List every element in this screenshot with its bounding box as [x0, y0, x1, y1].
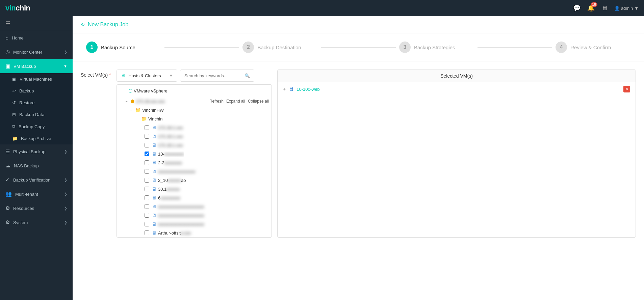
tree-node-vm2[interactable]: 🖥 172.18.1.xxx	[117, 132, 272, 141]
sidebar-sub-virtual-machines[interactable]: ▣ Virtual Machines	[0, 73, 73, 85]
vm6-checkbox[interactable]	[145, 169, 149, 174]
search-box: 🔍	[180, 70, 254, 82]
step-label-4: Review & Confirm	[570, 45, 611, 50]
vm13-checkbox[interactable]	[145, 230, 149, 235]
sidebar-item-backup-verification[interactable]: ✓ Backup Verification ❯	[0, 173, 73, 187]
vm-tree-panel: − ⬡ VMware vSphere − ⬢	[117, 84, 272, 238]
sidebar-item-resources[interactable]: ⚙ Resources ❯	[0, 201, 73, 215]
backup-copy-icon: ⧉	[12, 124, 15, 129]
selected-panel-header: Selected VM(s)	[278, 70, 636, 82]
host-toggle[interactable]: −	[124, 99, 129, 104]
tree-node-host[interactable]: − ⬢ 172.18.xxx.xxx	[123, 97, 209, 106]
tree-node-vm10[interactable]: 🖥 xxxxxxxxxxxxxxxxxxxxx	[117, 202, 272, 211]
refresh-tree-button[interactable]: Refresh	[209, 99, 224, 104]
select-vms-label: Select VM(s) *	[81, 70, 111, 78]
vm11-label: xxxxxxxxxxxxxxxxxxxxx	[158, 213, 204, 218]
vm1-checkbox[interactable]	[145, 125, 149, 130]
sidebar-sub-backup[interactable]: ↩ Backup	[0, 85, 73, 97]
wizard-step-4: 4 Review & Confirm	[556, 42, 630, 53]
vm9-checkbox[interactable]	[145, 195, 149, 200]
resources-arrow: ❯	[64, 206, 67, 211]
search-input[interactable]	[184, 73, 244, 78]
tree-node-vm3[interactable]: 🖥 172.18.1.xxx	[117, 141, 272, 149]
multi-tenant-icon: 👥	[5, 191, 12, 197]
selected-vm-type-icon: 🖥	[288, 86, 294, 92]
vm4-label: 10-xxxxxxxxx	[158, 152, 184, 157]
sidebar-item-system[interactable]: ⚙ System ❯	[0, 215, 73, 229]
step-divider-1	[164, 47, 239, 48]
sidebar-toggle[interactable]: ☰	[0, 16, 73, 31]
sidebar-item-nas-backup[interactable]: ☁ NAS Backup	[0, 159, 73, 173]
vm8-icon: 🖥	[152, 186, 157, 192]
vsphere-toggle[interactable]: −	[122, 88, 127, 93]
selected-vms-panel: Selected VM(s) + 🖥 10-100-web ✕	[277, 70, 636, 238]
sidebar-label-system: System	[13, 220, 28, 225]
sidebar-label-physical: Physical Backup	[13, 149, 45, 154]
sidebar-sub-backup-archive[interactable]: 📁 Backup Archive	[0, 133, 73, 144]
sidebar-item-vm-backup[interactable]: ▣ VM Backup ▼	[0, 59, 73, 73]
vm9-icon: 🖥	[152, 195, 157, 200]
vm4-checkbox[interactable]	[145, 152, 149, 156]
content-area: ↻ New Backup Job 1 Backup Source 2 Backu…	[73, 16, 644, 300]
step-divider-3	[478, 47, 552, 48]
sidebar: ☰ ⌂ Home ◎ Monitor Center ❯ ▣ VM Backup …	[0, 16, 73, 300]
vm7-checkbox[interactable]	[145, 178, 149, 183]
vm8-checkbox[interactable]	[145, 187, 149, 191]
expand-all-button[interactable]: Expand all	[226, 99, 245, 104]
tree-node-vm5[interactable]: 🖥 2-2xxxxxxxx	[117, 158, 272, 167]
monitor-icon[interactable]: 🖥	[601, 5, 608, 12]
vm-backup-icon: ▣	[5, 63, 10, 69]
collapse-all-button[interactable]: Collapse all	[248, 99, 269, 104]
notification-icon[interactable]: 🔔 18	[587, 4, 595, 12]
selected-vm-label: 10-100-web	[297, 87, 621, 92]
tree-node-vinchin[interactable]: − 📁 Vinchin	[117, 114, 272, 123]
step-label-2: Backup Destination	[257, 45, 301, 50]
tree-node-vm4[interactable]: 🖥 10-xxxxxxxxx	[117, 149, 272, 158]
vm-form-section: 🖥 Hosts & Clusters ▼ 🔍	[117, 70, 636, 238]
notification-badge: 18	[591, 2, 597, 7]
vm3-label: 172.18.1.xxx	[158, 143, 183, 148]
sidebar-item-physical-backup[interactable]: ☰ Physical Backup ❯	[0, 144, 73, 159]
tree-node-vm11[interactable]: 🖥 xxxxxxxxxxxxxxxxxxxxx	[117, 211, 272, 220]
vinchin-toggle[interactable]: −	[135, 116, 140, 121]
message-icon[interactable]: 💬	[573, 4, 581, 12]
page-header: ↻ New Backup Job	[73, 16, 644, 33]
sidebar-item-multi-tenant[interactable]: 👥 Multi-tenant ❯	[0, 187, 73, 201]
sidebar-sub-restore[interactable]: ↺ Restore	[0, 97, 73, 109]
tree-node-vsphere[interactable]: − ⬡ VMware vSphere	[120, 86, 269, 95]
vm12-checkbox[interactable]	[145, 222, 149, 226]
vm10-checkbox[interactable]	[145, 204, 149, 209]
vm3-checkbox[interactable]	[145, 143, 149, 147]
hosts-clusters-dropdown[interactable]: 🖥 Hosts & Clusters ▼	[117, 70, 177, 82]
tree-node-vm12[interactable]: 🖥 xxxxxxxxxxxxxxxxxxxxx	[117, 220, 272, 228]
vm11-checkbox[interactable]	[145, 213, 149, 218]
sidebar-sub-label-backup-data: Backup Data	[19, 112, 44, 117]
sidebar-item-monitor[interactable]: ◎ Monitor Center ❯	[0, 45, 73, 59]
vm2-checkbox[interactable]	[145, 134, 149, 139]
top-header: vinchin 💬 🔔 18 🖥 👤 admin ▼	[0, 0, 644, 16]
vinchin-hw-toggle[interactable]: −	[129, 108, 134, 112]
vm5-icon: 🖥	[152, 160, 157, 165]
tree-node-vm6[interactable]: 🖥 xxxxxxxxxxxxxxxxx	[117, 167, 272, 176]
vm13-label: Arthur-offsite.xxx	[158, 230, 191, 236]
sidebar-sub-backup-copy[interactable]: ⧉ Backup Copy	[0, 120, 73, 133]
tree-node-vm9[interactable]: 🖥 6xxxxxxxxx	[117, 193, 272, 202]
tree-node-vm8[interactable]: 🖥 30.1xxxxxx	[117, 185, 272, 193]
sidebar-sub-label-vm: Virtual Machines	[20, 77, 52, 82]
form-area: Select VM(s) * 🖥 Hosts & Clusters ▼	[73, 61, 644, 300]
remove-vm-button[interactable]: ✕	[623, 86, 630, 92]
sidebar-item-home[interactable]: ⌂ Home	[0, 31, 73, 45]
vm4-icon: 🖥	[152, 151, 157, 157]
vm5-checkbox[interactable]	[145, 160, 149, 165]
system-icon: ⚙	[5, 219, 10, 225]
page-refresh-icon[interactable]: ↻	[81, 22, 85, 28]
sidebar-sub-backup-data[interactable]: ⊞ Backup Data	[0, 109, 73, 120]
tree-node-vm1[interactable]: 🖥 172.18.1.xxx	[117, 123, 272, 132]
tree-node-vinchin-hw[interactable]: − 📁 VinchinHW	[117, 106, 272, 114]
physical-backup-icon: ☰	[5, 148, 10, 155]
tree-node-vm7[interactable]: 🖥 2_10xxxxxxao	[117, 176, 272, 185]
admin-menu[interactable]: 👤 admin ▼	[614, 6, 639, 11]
sidebar-label-verification: Backup Verification	[13, 178, 51, 183]
vm13-icon: 🖥	[152, 230, 157, 236]
tree-node-vm13[interactable]: 🖥 Arthur-offsite.xxx	[117, 228, 272, 237]
